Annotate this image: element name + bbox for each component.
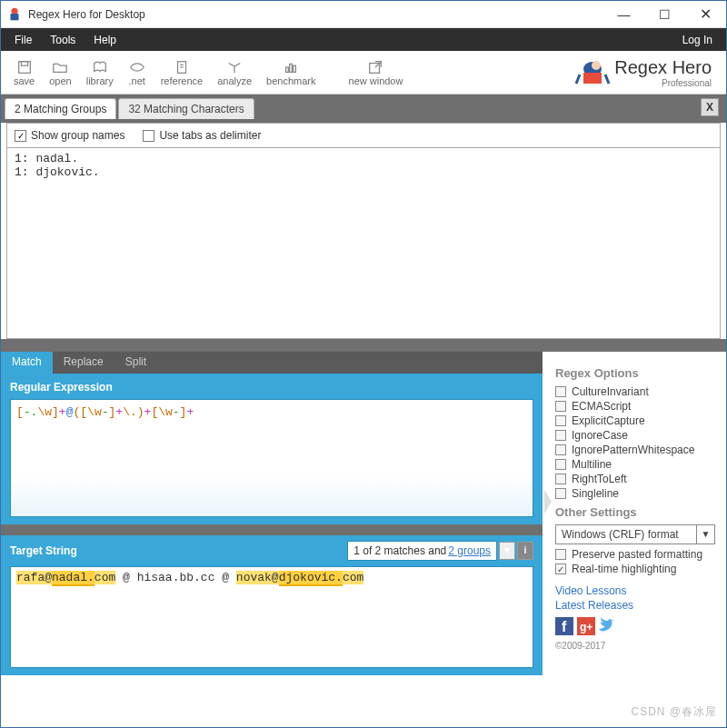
regex-option-righttoleft[interactable]: RightToLeft (555, 473, 715, 485)
benchmark-icon (282, 59, 300, 75)
window-title: Regex Hero for Desktop (28, 8, 145, 21)
minimize-button[interactable]: — (603, 2, 644, 27)
svg-point-0 (11, 7, 17, 14)
tab-matching-groups[interactable]: 2 Matching Groups (5, 98, 116, 119)
menu-tools[interactable]: Tools (41, 30, 85, 50)
brand-logo-icon (574, 56, 611, 89)
maximize-button[interactable]: ☐ (644, 2, 685, 27)
video-lessons-link[interactable]: Video Lessons (555, 584, 715, 597)
library-button[interactable]: library (79, 57, 121, 88)
brand-name: Regex Hero (614, 57, 712, 78)
regex-option-ecmascript[interactable]: ECMAScript (555, 400, 715, 413)
target-input[interactable]: rafa@nadal.com @ hisaa.bb.cc @ novak@djo… (10, 566, 533, 668)
tab-split[interactable]: Split (115, 352, 157, 374)
new-window-button[interactable]: new window (342, 57, 411, 88)
analyze-icon (225, 59, 244, 75)
watermark: CSDN @春冰屋 (631, 704, 717, 720)
brand-sub: Professional (614, 78, 712, 88)
chevron-down-icon: ▼ (696, 525, 714, 544)
svg-rect-13 (583, 73, 602, 84)
match-status: 1 of 2 matches and 2 groups (347, 541, 497, 561)
regex-option-ignorepatternwhitespace[interactable]: IgnorePatternWhitespace (555, 444, 715, 456)
regex-option-ignorecase[interactable]: IgnoreCase (555, 429, 715, 442)
target-panel: Target String 1 of 2 matches and 2 group… (1, 535, 543, 675)
save-button[interactable]: save (6, 57, 42, 88)
tab-matching-characters[interactable]: 32 Matching Characters (118, 98, 254, 119)
titlebar: Regex Hero for Desktop — ☐ ✕ (1, 1, 726, 28)
menu-login[interactable]: Log In (673, 30, 722, 50)
svg-rect-7 (286, 67, 289, 72)
svg-rect-9 (294, 65, 296, 72)
close-button[interactable]: ✕ (685, 2, 726, 27)
net-button[interactable]: .net (121, 57, 154, 88)
analyze-button[interactable]: analyze (210, 57, 259, 88)
svg-rect-8 (290, 64, 293, 72)
groups-output[interactable]: 1: nadal. 1: djokovic. (7, 147, 720, 338)
regex-option-singleline[interactable]: Singleline (555, 487, 715, 500)
tab-match[interactable]: Match (1, 352, 53, 374)
twitter-icon[interactable] (599, 617, 617, 635)
social-row: f g+ (555, 617, 715, 635)
work-area: Match Replace Split Regular Expression [… (1, 352, 726, 679)
svg-rect-2 (18, 61, 30, 73)
regex-label: Regular Expression (10, 381, 533, 394)
open-button[interactable]: open (42, 57, 78, 88)
tab-replace[interactable]: Replace (53, 352, 115, 374)
use-tabs-delimiter-checkbox[interactable]: Use tabs as delimiter (143, 129, 261, 142)
info-button[interactable]: i (517, 542, 533, 560)
regex-option-cultureinvariant[interactable]: CultureInvariant (555, 385, 715, 398)
regex-input[interactable]: [-.\w]+@([\w-]+\.)+[\w-]+ (10, 399, 533, 517)
brand: Regex HeroProfessional (574, 56, 721, 89)
svg-text:g+: g+ (580, 621, 593, 633)
svg-rect-3 (21, 61, 27, 65)
menubar: File Tools Help Log In (1, 28, 726, 51)
google-plus-icon[interactable]: g+ (577, 617, 595, 635)
line-format-select[interactable]: Windows (CRLF) format▼ (555, 524, 715, 544)
svg-text:f: f (562, 619, 567, 634)
show-group-names-checkbox[interactable]: ✓Show group names (15, 129, 124, 142)
facebook-icon[interactable]: f (555, 617, 573, 635)
nav-dropdown-button[interactable]: ▼ (499, 542, 515, 560)
groups-options-row: ✓Show group names Use tabs as delimiter (7, 124, 720, 147)
net-icon (128, 59, 146, 75)
benchmark-button[interactable]: benchmark (259, 57, 323, 88)
app-icon (6, 6, 23, 23)
mode-tabs: Match Replace Split (1, 352, 543, 374)
results-tabbar: 2 Matching Groups 32 Matching Characters… (1, 95, 726, 123)
menu-file[interactable]: File (5, 30, 41, 50)
regex-panel: Regular Expression [-.\w]+@([\w-]+\.)+[\… (1, 374, 543, 524)
latest-releases-link[interactable]: Latest Releases (555, 599, 715, 612)
copyright: ©2009-2017 (555, 641, 715, 651)
svg-rect-1 (11, 14, 19, 20)
toolbar: save open library .net reference analyze… (1, 51, 726, 95)
new-window-icon (366, 59, 384, 75)
panel-close-button[interactable]: X (701, 98, 719, 116)
expand-arrow-icon[interactable] (543, 488, 553, 515)
svg-point-12 (592, 61, 601, 70)
menu-help[interactable]: Help (85, 30, 125, 50)
groups-link[interactable]: 2 groups (448, 544, 491, 557)
groups-panel: ✓Show group names Use tabs as delimiter … (6, 123, 721, 339)
reference-button[interactable]: reference (154, 57, 210, 88)
other-settings-title: Other Settings (555, 505, 715, 519)
open-icon (51, 59, 69, 75)
regex-options-title: Regex Options (555, 366, 715, 380)
regex-option-explicitcapture[interactable]: ExplicitCapture (555, 414, 715, 427)
preserve-formatting-checkbox[interactable]: Preserve pasted formatting (555, 548, 715, 561)
regex-option-multiline[interactable]: Multiline (555, 458, 715, 471)
target-label: Target String (10, 544, 347, 557)
realtime-highlighting-checkbox[interactable]: ✓Real-time highlighting (555, 563, 715, 575)
save-icon (15, 59, 34, 75)
library-icon (91, 59, 109, 75)
reference-icon (173, 59, 191, 75)
options-sidebar: Regex Options CultureInvariantECMAScript… (543, 352, 724, 679)
